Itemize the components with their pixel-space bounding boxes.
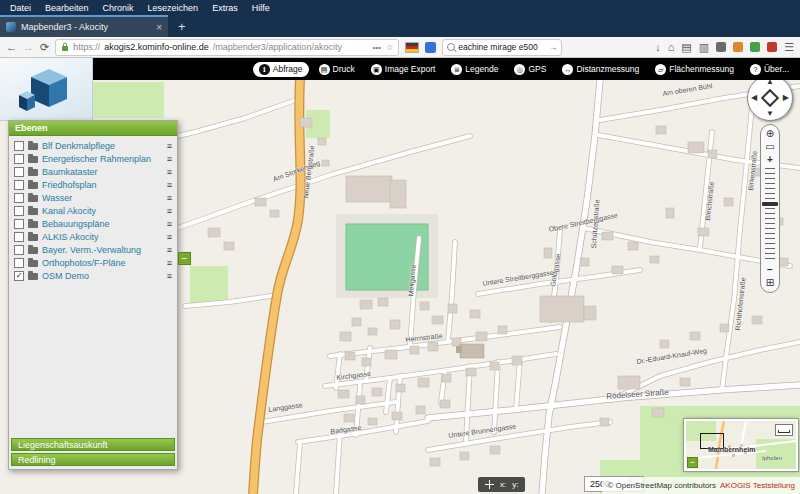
zoom-in-button[interactable]: +: [767, 155, 773, 165]
layer-label[interactable]: Bebauungspläne: [42, 219, 110, 229]
layer-checkbox[interactable]: [14, 271, 24, 281]
zoom-rect-icon[interactable]: ▭: [765, 142, 774, 152]
layer-row[interactable]: Baumkataster ≡: [9, 165, 177, 178]
layer-menu-icon[interactable]: ≡: [167, 167, 172, 177]
layer-checkbox[interactable]: [14, 232, 24, 242]
layer-checkbox[interactable]: [14, 258, 24, 268]
search-go-button[interactable]: →: [549, 42, 558, 52]
layer-menu-icon[interactable]: ≡: [167, 232, 172, 242]
address-bar[interactable]: https://akogis2.kominfo-online.de/mapben…: [55, 39, 399, 56]
layer-row[interactable]: Energetischer Rahmenplan ≡: [9, 152, 177, 165]
folder-icon: [28, 208, 38, 215]
layer-menu-icon[interactable]: ≡: [167, 154, 172, 164]
toolbar-button[interactable]: ? Über...: [744, 62, 795, 77]
layer-label[interactable]: Kanal Akocity: [42, 206, 96, 216]
layer-checkbox[interactable]: [14, 141, 24, 151]
layer-row[interactable]: OSM Demo ≡: [9, 269, 177, 282]
bookmark-star-icon[interactable]: ☆: [386, 43, 393, 52]
layer-label[interactable]: Orthophotos/F-Pläne: [42, 258, 126, 268]
toolbar-button[interactable]: ≣ Legende: [445, 62, 504, 77]
new-tab-button[interactable]: +: [178, 19, 186, 34]
download-icon[interactable]: ↓: [655, 41, 661, 53]
zoom-box-icon[interactable]: ⊕: [766, 129, 774, 139]
layer-checkbox[interactable]: [14, 206, 24, 216]
german-flag-extension-icon[interactable]: [405, 42, 419, 53]
layer-menu-icon[interactable]: ≡: [167, 206, 172, 216]
layer-menu-icon[interactable]: ≡: [167, 141, 172, 151]
layer-checkbox[interactable]: [14, 219, 24, 229]
layer-row[interactable]: Kanal Akocity ≡: [9, 204, 177, 217]
extension-icon[interactable]: [716, 42, 726, 52]
sidebars-icon[interactable]: ▥: [699, 41, 709, 54]
overview-collapse-button[interactable]: −: [687, 457, 698, 468]
extension-icon[interactable]: [750, 42, 760, 52]
layer-label[interactable]: ALKIS Akocity: [42, 232, 99, 242]
sidebar-collapse-button[interactable]: −: [178, 252, 191, 265]
layer-checkbox[interactable]: [14, 245, 24, 255]
layer-label[interactable]: Blf Denkmalpflege: [42, 141, 115, 151]
layer-menu-icon[interactable]: ≡: [167, 193, 172, 203]
zoom-slider[interactable]: [765, 168, 775, 262]
toolbar-button[interactable]: ▣ Image Export: [365, 62, 442, 77]
page-actions-icon[interactable]: •••: [373, 43, 381, 52]
pan-reset-button[interactable]: [761, 89, 779, 107]
layer-label[interactable]: Friedhofsplan: [42, 180, 97, 190]
menu-item[interactable]: Chronik: [96, 3, 141, 13]
extension-icon[interactable]: [733, 42, 743, 52]
layer-menu-icon[interactable]: ≡: [167, 245, 172, 255]
sidebar-button[interactable]: Liegenschaftsauskunft: [11, 438, 175, 451]
pan-down-button[interactable]: ▼: [766, 110, 774, 118]
pan-left-button[interactable]: ◀: [751, 94, 757, 102]
layer-label[interactable]: Bayer. Verm.-Verwaltung: [42, 245, 141, 255]
zoom-extent-button[interactable]: ⊞: [766, 278, 774, 288]
toolbar-button[interactable]: ▤ Druck: [313, 62, 361, 77]
layer-label[interactable]: OSM Demo: [42, 271, 89, 281]
layer-row[interactable]: ALKIS Akocity ≡: [9, 230, 177, 243]
pan-right-button[interactable]: ▶: [783, 94, 789, 102]
layer-label[interactable]: Wasser: [42, 193, 72, 203]
menu-item[interactable]: Hilfe: [245, 3, 277, 13]
home-icon[interactable]: ⌂: [668, 41, 675, 53]
overview-map[interactable]: Mainbernheim Iphofen −: [684, 419, 798, 471]
layer-menu-icon[interactable]: ≡: [167, 180, 172, 190]
layer-menu-icon[interactable]: ≡: [167, 219, 172, 229]
search-input[interactable]: eachine mirage e500: [458, 42, 537, 52]
layer-row[interactable]: Blf Denkmalpflege ≡: [9, 139, 177, 152]
layer-row[interactable]: Friedhofsplan ≡: [9, 178, 177, 191]
layer-checkbox[interactable]: [14, 180, 24, 190]
url-path: /mapbender3/application/akocity: [213, 42, 342, 52]
zoom-slider-handle[interactable]: [762, 202, 778, 206]
extension-icon[interactable]: [425, 42, 436, 53]
toolbar-button[interactable]: ▱ Flächenmessung: [649, 62, 740, 77]
layer-menu-icon[interactable]: ≡: [167, 258, 172, 268]
layer-checkbox[interactable]: [14, 154, 24, 164]
forward-button[interactable]: →: [23, 42, 34, 53]
sidebar-button[interactable]: Redlining: [11, 453, 175, 466]
reload-button[interactable]: ⟳: [40, 42, 49, 53]
search-bar[interactable]: eachine mirage e500 →: [442, 39, 562, 56]
zoom-out-button[interactable]: −: [767, 265, 773, 275]
layer-label[interactable]: Energetischer Rahmenplan: [42, 154, 151, 164]
layer-row[interactable]: Bayer. Verm.-Verwaltung ≡: [9, 243, 177, 256]
layer-menu-icon[interactable]: ≡: [167, 271, 172, 281]
layer-row[interactable]: Wasser ≡: [9, 191, 177, 204]
back-button[interactable]: ←: [6, 42, 17, 53]
sidebar-header[interactable]: Ebenen: [9, 121, 177, 136]
extension-icon[interactable]: [767, 42, 777, 52]
toolbar-button[interactable]: ◎ GPS: [508, 62, 552, 77]
layer-checkbox[interactable]: [14, 193, 24, 203]
menu-item[interactable]: Extras: [205, 3, 245, 13]
menu-item[interactable]: Bearbeiten: [38, 3, 96, 13]
layer-row[interactable]: Bebauungspläne ≡: [9, 217, 177, 230]
toolbar-button[interactable]: ↔ Distanzmessung: [556, 62, 645, 77]
layer-label[interactable]: Baumkataster: [42, 167, 98, 177]
tab-close-icon[interactable]: ×: [156, 22, 162, 33]
tab-mapbender[interactable]: Mapbender3 - Akocity ×: [0, 15, 168, 37]
menu-item[interactable]: Lesezeichen: [141, 3, 206, 13]
library-icon[interactable]: ▤: [681, 41, 691, 54]
toolbar-button[interactable]: ℹ Abfrage: [253, 62, 309, 77]
hamburger-menu-icon[interactable]: ☰: [784, 41, 794, 54]
layer-checkbox[interactable]: [14, 167, 24, 177]
layer-row[interactable]: Orthophotos/F-Pläne ≡: [9, 256, 177, 269]
menu-item[interactable]: Datei: [3, 3, 38, 13]
